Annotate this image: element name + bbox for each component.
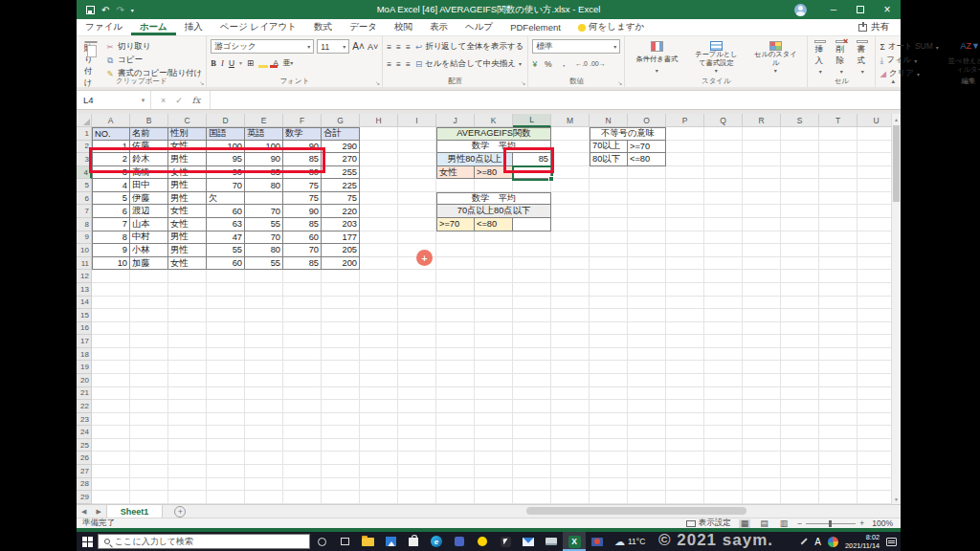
cell-Q21[interactable] — [704, 387, 743, 401]
cell-N2[interactable]: 70以上 — [590, 141, 628, 154]
scroll-down-icon[interactable]: ▼ — [892, 494, 901, 504]
cell-O29[interactable] — [628, 491, 666, 504]
cell-D5[interactable]: 70 — [207, 179, 245, 192]
cell-R21[interactable] — [743, 387, 781, 401]
cell-S10[interactable] — [781, 244, 819, 257]
cell-L13[interactable] — [513, 283, 551, 297]
column-header-P[interactable]: P — [666, 114, 704, 127]
cell-O3[interactable]: <=80 — [628, 153, 666, 166]
cell-H17[interactable] — [360, 335, 398, 348]
cell-R5[interactable] — [743, 179, 781, 192]
cell-H8[interactable] — [360, 218, 398, 231]
cell-C22[interactable] — [168, 400, 207, 413]
cell-T19[interactable] — [819, 361, 858, 374]
row-header-18[interactable]: 18 — [77, 348, 92, 362]
cell-G3[interactable]: 270 — [322, 153, 360, 166]
merge-center-button[interactable]: ⊟セルを結合して中央揃え▾ — [415, 58, 522, 70]
cell-Q28[interactable] — [704, 478, 743, 492]
cell-Q23[interactable] — [704, 413, 743, 427]
cell-N6[interactable] — [590, 192, 628, 206]
cell-U3[interactable] — [858, 153, 891, 166]
cell-K12[interactable] — [475, 270, 513, 283]
cell-I23[interactable] — [398, 413, 436, 427]
cell-L28[interactable] — [513, 478, 551, 492]
cell-K15[interactable] — [475, 309, 513, 322]
cell-K11[interactable] — [475, 257, 513, 271]
cell-E28[interactable] — [245, 478, 283, 492]
cell-Q2[interactable] — [704, 141, 743, 154]
name-box-caret-icon[interactable]: ▾ — [136, 91, 151, 109]
cell-A13[interactable] — [92, 283, 130, 297]
cell-E10[interactable]: 80 — [245, 244, 283, 257]
sheet-tab-sheet1[interactable]: Sheet1 — [106, 505, 164, 518]
cell-E27[interactable] — [245, 465, 283, 478]
cell-I18[interactable] — [398, 348, 436, 362]
cell-T12[interactable] — [819, 270, 858, 283]
undo-icon[interactable]: ↶ — [101, 5, 109, 15]
cell-Q5[interactable] — [704, 179, 743, 192]
cell-N21[interactable] — [590, 387, 628, 401]
cell-A8[interactable]: 7 — [92, 218, 130, 231]
cell-S2[interactable] — [781, 141, 819, 154]
taskbar-icon-excel[interactable]: X — [563, 532, 586, 551]
cell-J21[interactable] — [436, 387, 475, 401]
taskbar-icon-photos[interactable] — [379, 532, 402, 551]
cell-C25[interactable] — [168, 439, 207, 452]
cell-M2[interactable] — [551, 141, 590, 154]
cell-U16[interactable] — [858, 322, 891, 336]
insert-function-icon[interactable]: fx — [192, 96, 200, 105]
cell-M11[interactable] — [551, 257, 590, 271]
cell-K5[interactable] — [475, 179, 513, 192]
cell-L9[interactable] — [513, 231, 551, 245]
cell-N11[interactable] — [590, 257, 628, 271]
cell-K28[interactable] — [475, 478, 513, 492]
page-break-view-button[interactable]: ▥ — [778, 519, 791, 528]
cell-U9[interactable] — [858, 231, 891, 245]
cell-C24[interactable] — [168, 426, 207, 439]
cell-L8[interactable] — [513, 218, 551, 231]
cell-A20[interactable] — [92, 374, 130, 387]
cell-R24[interactable] — [743, 426, 781, 439]
cell-Q7[interactable] — [704, 205, 743, 218]
column-header-I[interactable]: I — [398, 114, 436, 127]
cell-O7[interactable] — [628, 205, 666, 218]
cell-P11[interactable] — [666, 257, 704, 271]
column-header-B[interactable]: B — [130, 114, 168, 127]
cell-U24[interactable] — [858, 426, 891, 439]
cell-O12[interactable] — [628, 270, 666, 283]
cell-B23[interactable] — [130, 413, 168, 427]
cell-O25[interactable] — [628, 439, 666, 452]
accounting-format-icon[interactable]: ¥ — [532, 59, 537, 69]
cell-P12[interactable] — [666, 270, 704, 283]
cell-H2[interactable] — [360, 141, 398, 154]
cell-H10[interactable] — [360, 244, 398, 257]
row-header-13[interactable]: 13 — [77, 283, 92, 297]
cell-D8[interactable]: 63 — [207, 218, 245, 231]
cell-S3[interactable] — [781, 153, 819, 166]
zoom-out-button[interactable]: − — [797, 518, 802, 528]
cell-S7[interactable] — [781, 205, 819, 218]
cell-D14[interactable] — [207, 297, 245, 310]
taskbar-icon-store[interactable] — [402, 532, 425, 551]
cell-P21[interactable] — [666, 387, 704, 401]
cell-G5[interactable]: 225 — [322, 179, 360, 192]
cell-T13[interactable] — [819, 283, 858, 297]
cell-F7[interactable]: 90 — [283, 205, 322, 218]
delete-cells-button[interactable]: 削除 ▾ — [833, 39, 850, 76]
font-size-select[interactable]: 11▾ — [317, 39, 349, 54]
cell-F10[interactable]: 70 — [283, 244, 322, 257]
alignment-dialog-launcher-icon[interactable]: ↘ — [521, 79, 525, 86]
cell-J15[interactable] — [436, 309, 475, 322]
taskbar-icon-device[interactable] — [540, 532, 563, 551]
cell-J9[interactable] — [436, 231, 475, 245]
cell-T29[interactable] — [819, 491, 858, 504]
customize-qat-icon[interactable]: ▾ — [131, 7, 134, 13]
cell-E16[interactable] — [245, 322, 283, 336]
cell-U10[interactable] — [858, 244, 891, 257]
cell-K8[interactable]: <=80 — [475, 218, 513, 231]
cell-P26[interactable] — [666, 452, 704, 465]
cell-A15[interactable] — [92, 309, 130, 322]
cell-L20[interactable] — [513, 374, 551, 387]
cell-P27[interactable] — [666, 465, 704, 478]
cell-H13[interactable] — [360, 283, 398, 297]
